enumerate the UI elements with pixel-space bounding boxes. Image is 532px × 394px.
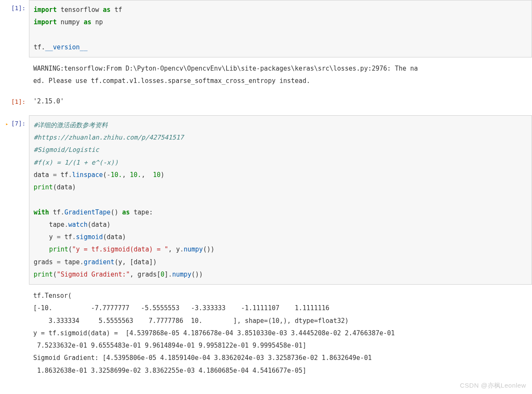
arg-data: data [57, 183, 72, 191]
obj-tf: tf [60, 233, 72, 241]
code-cell-1-row: [1]: import tensorflow as tf import nump… [0, 0, 532, 57]
module-tensorflow: tensorflow [60, 6, 99, 14]
obj-tape: tape [60, 258, 80, 266]
comma: , [122, 171, 130, 179]
func-numpy: numpy [184, 246, 203, 253]
paren-open: ( [103, 171, 107, 179]
str-sigmoid-label: "y = tf.sigmoid(data) = " [72, 246, 168, 253]
empty-prompt [0, 288, 29, 291]
comment-2: #https://zhuanlan.zhihu.com/p/427541517 [34, 134, 184, 141]
dot: . [68, 171, 72, 179]
paren-close: ) [107, 221, 111, 228]
dot: . [60, 208, 64, 216]
func-numpy: numpy [172, 271, 191, 278]
func-print: print [34, 183, 53, 191]
dot: . [72, 233, 76, 241]
func-print: print [49, 246, 68, 253]
output-warning-row: WARNING:tensorflow:From D:\Pyton-Opencv\… [0, 61, 532, 89]
str-gradient-label: "Sigmoid Gradient:" [57, 271, 130, 278]
out7-l3: 3.333334 5.5555563 7.7777786 10. ], shap… [33, 317, 349, 325]
func-watch: watch [68, 221, 87, 228]
arg-data: data [91, 221, 106, 228]
keyword-as: as [83, 18, 91, 26]
output-7-row: tf.Tensor( [-10. -7.7777777 -5.5555553 -… [0, 288, 532, 379]
comma: , [141, 171, 153, 179]
var-grads: grads [34, 258, 57, 266]
keyword-with: with [34, 208, 49, 216]
output-1-value: '2.15.0' [29, 94, 532, 109]
out7-l6: Sigmoid Gradient: [4.5395806e-05 4.18591… [33, 354, 372, 362]
output-7-text: tf.Tensor( [-10. -7.7777777 -5.5555553 -… [29, 288, 532, 379]
warning-line-2: ed. Please use tf.compat.v1.losses.spars… [33, 77, 310, 85]
dot: . [180, 246, 184, 253]
var-data: data [34, 171, 53, 179]
paren-open: ( [53, 271, 57, 278]
obj-tf: tf [49, 208, 60, 216]
code-cell-7-row: ▸ [7]: #详细的激活函数参考资料 #https://zhuanlan.zh… [0, 115, 532, 285]
func-linspace: linspace [72, 171, 103, 179]
op-eq: = [57, 258, 60, 266]
bracket-close: ] [164, 271, 168, 278]
op-eq: = [57, 233, 60, 241]
keyword-as: as [122, 208, 130, 216]
obj-tape: tape [34, 221, 64, 228]
empty-prompt [0, 61, 29, 63]
var-tape: tape: [130, 208, 153, 216]
paren-open: ( [53, 183, 57, 191]
keyword-import: import [34, 18, 57, 26]
paren-open: ( [103, 233, 107, 241]
notebook-viewport: [1]: import tensorflow as tf import nump… [0, 0, 532, 394]
obj-tf: tf. [34, 43, 45, 51]
prompt-7-text: [7]: [11, 120, 26, 127]
alias-tf: tf [115, 6, 122, 14]
watermark-text: CSDN @亦枫Leonlew [460, 379, 526, 391]
code-cell-1[interactable]: import tensorflow as tf import numpy as … [29, 0, 532, 57]
arg-10f: 10. [130, 171, 141, 179]
paren-close: ()) [203, 246, 214, 253]
running-indicator-icon: ▸ [6, 121, 11, 127]
comment-3: #Sigmoid/Logistic [34, 146, 99, 154]
alias-np: np [95, 18, 103, 26]
paren-close: ()) [191, 271, 203, 278]
indent [34, 246, 49, 253]
class-gradienttape: GradientTape [64, 208, 110, 216]
dot: . [168, 271, 172, 278]
neg: - [107, 171, 111, 179]
out7-l5: 7.5233632e-01 9.6555483e-01 9.9614894e-0… [33, 342, 306, 349]
out7-l4: y = tf.sigmoid(data) = [4.5397868e-05 4.… [33, 329, 395, 337]
arg-10: 10 [153, 171, 161, 179]
paren-open: ( [115, 258, 118, 266]
paren-close: ) [161, 171, 164, 179]
paren-close: ) [72, 183, 76, 191]
keyword-import: import [34, 6, 57, 14]
obj-tf: tf [57, 171, 68, 179]
arg-grads: , grads[ [130, 271, 161, 278]
module-numpy: numpy [60, 18, 80, 26]
output-prompt-1: [1]: [0, 94, 29, 108]
arg-y: , y [168, 246, 180, 253]
out7-l7: 1.8632638e-01 3.3258699e-02 3.8362255e-0… [33, 367, 306, 374]
arg-neg10: 10. [111, 171, 122, 179]
out7-l2: [-10. -7.7777777 -5.5555553 -3.333333 -1… [33, 304, 329, 312]
func-print: print [34, 271, 53, 278]
output-1-row: [1]: '2.15.0' [0, 94, 532, 109]
var-y-assign: y [34, 233, 57, 241]
parens: () [111, 208, 122, 216]
input-prompt-7: ▸ [7]: [0, 115, 29, 129]
warning-line-1: WARNING:tensorflow:From D:\Pyton-Opencv\… [33, 65, 418, 72]
args-y-data: y, [data] [118, 258, 153, 266]
keyword-as: as [103, 6, 111, 14]
input-prompt-1: [1]: [0, 0, 29, 14]
output-warning: WARNING:tensorflow:From D:\Pyton-Opencv\… [29, 61, 532, 89]
func-sigmoid: sigmoid [76, 233, 103, 241]
attr-version: __version__ [45, 43, 87, 51]
dot: . [64, 221, 68, 228]
paren-close: ) [122, 233, 126, 241]
comment-1: #详细的激活函数参考资料 [34, 121, 108, 129]
arg-data: data [107, 233, 122, 241]
func-gradient: gradient [83, 258, 114, 266]
code-cell-7[interactable]: #详细的激活函数参考资料 #https://zhuanlan.zhihu.com… [29, 115, 532, 285]
comment-4: #f(x) = 1/(1 + e^(-x)) [34, 159, 118, 166]
out7-l1: tf.Tensor( [33, 292, 72, 300]
idx-0: 0 [161, 271, 164, 278]
